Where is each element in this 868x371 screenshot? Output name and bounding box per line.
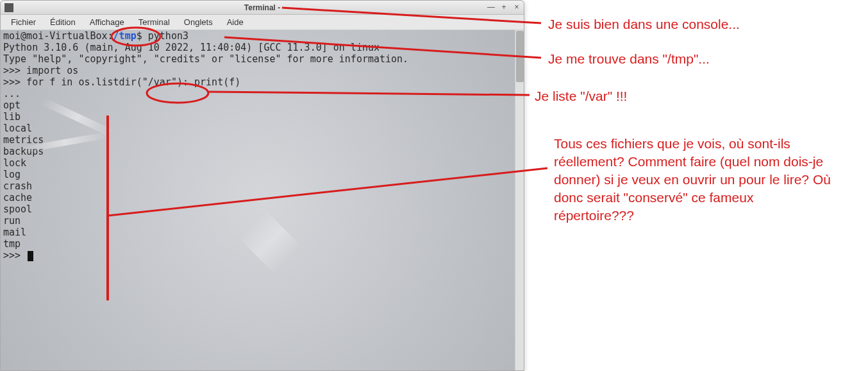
menu-tabs[interactable]: Onglets (178, 16, 219, 28)
menu-view[interactable]: Affichage (83, 16, 131, 28)
output-line: >>> import os (1, 65, 524, 76)
window-controls: — + × (487, 3, 521, 12)
annotation-files: Tous ces fichiers que je vois, où sont-i… (554, 135, 836, 225)
menu-file[interactable]: Fichier (4, 16, 42, 28)
window-title: Terminal - (244, 3, 280, 12)
output-line: backups (1, 146, 524, 157)
output-line: tmp (1, 238, 524, 250)
cursor-icon (28, 251, 33, 261)
output-line: cache (1, 192, 524, 203)
output-line: lib (1, 111, 524, 123)
menu-terminal[interactable]: Terminal (132, 16, 176, 28)
command-text: python3 (148, 30, 188, 42)
scrollbar-thumb[interactable] (516, 31, 524, 82)
terminal-window: Terminal - — + × Fichier Édition Afficha… (0, 0, 524, 371)
prompt-path: /tmp (113, 30, 137, 42)
output-line: Python 3.10.6 (main, Aug 10 2022, 11:40:… (1, 42, 524, 53)
prompt-line-empty: >>> (1, 250, 524, 261)
output-line: >>> for f in os.listdir("/var"): print(f… (1, 76, 524, 88)
titlebar[interactable]: Terminal - — + × (1, 1, 524, 15)
annotation-console: Je suis bien dans une console... (548, 15, 740, 33)
output-line: run (1, 215, 524, 227)
repl-prompt: >>> (3, 250, 26, 261)
output-line: lock (1, 157, 524, 169)
output-line: mail (1, 227, 524, 238)
menu-edit[interactable]: Édition (44, 16, 82, 28)
output-line: opt (1, 99, 524, 111)
prompt-sep: : (108, 30, 113, 42)
terminal-body[interactable]: moi@moi-VirtualBox:/tmp$ python3 Python … (1, 30, 524, 370)
prompt-user: moi@moi-VirtualBox (3, 30, 108, 42)
output-line: ... (1, 88, 524, 99)
annotation-var: Je liste "/var" !!! (535, 87, 627, 105)
output-line: metrics (1, 134, 524, 146)
output-line: log (1, 169, 524, 180)
maximize-button[interactable]: + (499, 3, 508, 12)
output-line: local (1, 123, 524, 134)
output-line: spool (1, 203, 524, 215)
close-button[interactable]: × (512, 3, 521, 12)
terminal-app-icon (4, 3, 13, 12)
prompt-line: moi@moi-VirtualBox:/tmp$ python3 (1, 30, 524, 42)
minimize-button[interactable]: — (487, 3, 496, 12)
output-line: crash (1, 180, 524, 192)
menu-help[interactable]: Aide (221, 16, 250, 28)
output-line: Type "help", "copyright", "credits" or "… (1, 53, 524, 65)
menubar: Fichier Édition Affichage Terminal Ongle… (1, 15, 524, 30)
annotation-tmp: Je me trouve dans "/tmp"... (548, 50, 710, 68)
scrollbar[interactable] (515, 30, 524, 370)
prompt-symbol: $ (137, 30, 142, 42)
